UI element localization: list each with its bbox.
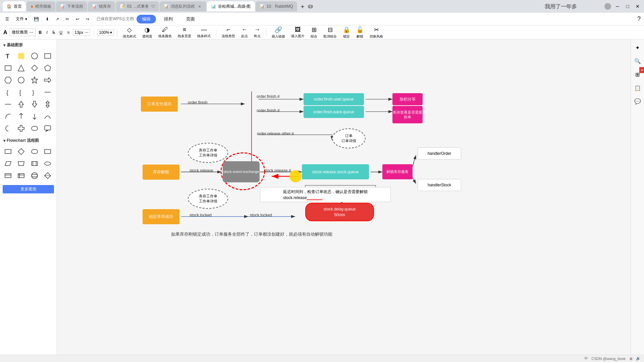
lock-button[interactable]: 🔒 锁定 <box>341 25 352 40</box>
fc-shape5[interactable] <box>3 158 13 169</box>
handler-order-node[interactable]: handlerOrder <box>418 147 461 160</box>
line-color-button[interactable]: 🖊 线条颜色 <box>156 25 174 39</box>
close-tab-msg-queue[interactable]: ✕ <box>197 4 202 9</box>
insert-link-button[interactable]: 🔗 插入链接 <box>270 25 287 40</box>
ungroup-button[interactable]: ⊟ 取消组合 <box>321 25 339 40</box>
tab-grain[interactable]: 📊 谷粒商城...高级-图 <box>207 1 255 11</box>
basic-shapes-section[interactable]: ▾ 基础图形 <box>0 40 57 49</box>
star-shape[interactable] <box>29 75 40 85</box>
fc-shape12[interactable] <box>42 170 53 181</box>
triangle-shape[interactable] <box>16 63 26 73</box>
speech-bubble-shape[interactable] <box>42 123 53 134</box>
stock-release-node[interactable]: 库存解锁 <box>143 165 179 180</box>
save-button[interactable]: 💾 <box>32 16 41 22</box>
fc-shape11[interactable] <box>29 170 40 181</box>
italic-button[interactable]: I <box>45 29 49 36</box>
brace-left-shape[interactable]: { <box>3 87 13 98</box>
fc-shape10[interactable] <box>16 170 26 181</box>
font-size-selector[interactable]: 13px ⋯ <box>73 29 90 36</box>
fc-shape6[interactable] <box>16 158 26 169</box>
edit-mode-button[interactable]: 编辑 <box>137 15 156 23</box>
page-button[interactable]: 页面 <box>181 15 200 23</box>
right-panel-btn4[interactable]: 📋 <box>632 82 643 93</box>
warehouse-work-order-1-node[interactable]: 库存工作单 工作单详情 <box>188 143 228 163</box>
sticky-note-shape[interactable] <box>16 51 26 61</box>
right-panel-btn1[interactable]: ✦ <box>632 42 643 53</box>
redo-button[interactable]: ↪ <box>84 16 91 22</box>
circle-shape[interactable] <box>29 51 40 61</box>
close-window-button[interactable]: ✕ <box>634 3 641 10</box>
order-finish-ware-queue-node[interactable]: order.finsh.ware.queue <box>304 106 364 118</box>
plus-shape[interactable] <box>16 123 26 134</box>
tab-order-flow[interactable]: 📊 下单流程 <box>56 1 87 11</box>
arrow-down-shape[interactable] <box>29 99 40 110</box>
fc-process[interactable] <box>3 146 13 157</box>
side-tab[interactable]: ● <box>639 67 644 73</box>
tab-rabbit[interactable]: 📊 10、RabbitMQ <box>256 1 297 11</box>
arrow-left-right-shape[interactable] <box>3 99 13 110</box>
strikethrough-button[interactable]: S̶ <box>51 29 56 36</box>
fc-decision[interactable] <box>16 146 26 157</box>
arrange-button[interactable]: 排列 <box>159 15 178 23</box>
stock-delay-queue-node[interactable]: stock.delay.queue 50min <box>305 203 374 221</box>
end-point-button[interactable]: → 终点 <box>252 25 263 39</box>
cut-style-button[interactable]: ✂ 切换风格 <box>368 25 385 40</box>
arrow-up-shape[interactable] <box>16 99 26 110</box>
fill-style-button[interactable]: ◇ 填充样式 <box>121 25 138 40</box>
line-width-button[interactable]: ≡ 线条宽度 <box>176 25 193 39</box>
unlock-store-service-node[interactable]: 解锁库存服务 <box>382 164 413 179</box>
text-format-A[interactable]: A <box>3 29 7 36</box>
flowchart-section[interactable]: ▾ Flowchart 流程图 <box>0 135 57 145</box>
arc-shape[interactable] <box>42 111 53 122</box>
minimize-button[interactable]: ─ <box>614 3 621 10</box>
brace-right-shape[interactable]: } <box>29 87 40 98</box>
line-shape[interactable] <box>42 87 53 98</box>
tab-template[interactable]: ● 稻壳模板 <box>26 1 55 11</box>
download-button[interactable]: ⬇ <box>44 16 51 22</box>
arrow-up-down-shape[interactable] <box>42 99 53 110</box>
pentagon-shape[interactable] <box>42 63 53 73</box>
help-button[interactable]: ? <box>637 15 641 22</box>
fc-shape4[interactable] <box>42 146 53 157</box>
rounded-rect-shape[interactable] <box>29 123 40 134</box>
hexagon-shape[interactable] <box>3 75 13 85</box>
tab-home[interactable]: 🏠 首页 <box>3 1 26 11</box>
stock-release-stock-queue-node[interactable]: stock.release.stock.queue <box>302 164 369 179</box>
check-ware-node[interactable]: 库存查看是否需要拆单 <box>392 106 423 123</box>
group-button[interactable]: ⊞ 组合 <box>309 25 319 40</box>
more-shapes-button[interactable]: 更多图形 <box>3 185 54 193</box>
order-finish-user-queue-node[interactable]: order.finsh.user.queue <box>304 93 364 105</box>
stock-event-exchange-node[interactable]: stock-event-exchange <box>223 161 260 182</box>
tab-lock-store[interactable]: 📊 锁库存 <box>88 1 115 11</box>
add-points-node[interactable]: 加积分等 <box>392 93 423 105</box>
undo-button[interactable]: ↩ <box>74 16 81 22</box>
up-arrow2-shape[interactable] <box>16 111 26 122</box>
circle2-shape[interactable] <box>16 75 26 85</box>
tab-affairs[interactable]: 📝 03. ...式事务 🛡 <box>116 1 159 11</box>
arrow-shape[interactable] <box>42 75 53 85</box>
fc-shape7[interactable] <box>29 158 40 169</box>
order-detail-node[interactable]: 订单 订单详情 <box>332 128 366 148</box>
bracket-shape[interactable]: [ <box>16 87 26 98</box>
unlock-button[interactable]: 🔓 解锁 <box>354 25 366 40</box>
order-pay-success-node[interactable]: 订单支付成功 <box>141 97 178 112</box>
insert-image-button[interactable]: 🖼 插入图片 <box>289 25 307 39</box>
align-button[interactable]: ≡ <box>66 29 71 36</box>
menu-icon[interactable]: ☰ <box>3 16 11 22</box>
start-point-button[interactable]: ← 起点 <box>239 25 250 39</box>
new-tab-button[interactable]: ＋ <box>298 2 307 11</box>
file-menu[interactable]: 文件 ▾ <box>14 15 29 22</box>
pencil-icon[interactable]: ✏ <box>64 16 71 22</box>
canvas-area[interactable]: 订单支付成功 order.finish order.finish.# order… <box>57 40 631 362</box>
warehouse-work-order-2-node[interactable]: 库存工作单 工作单详情 <box>188 189 228 209</box>
text-shape[interactable]: T <box>3 51 13 61</box>
rect-shape2[interactable] <box>3 63 13 73</box>
diamond-shape[interactable] <box>29 63 40 73</box>
font-selector[interactable]: 微软雅黑 ⋯ <box>9 28 36 36</box>
opacity-button[interactable]: ◑ 透明度 <box>140 25 154 40</box>
lock-store-success-node[interactable]: 锁定库存成功 <box>143 209 179 224</box>
right-panel-btn5[interactable]: 💬 <box>632 96 643 107</box>
connect-type-button[interactable]: ⌐ 连线类型 <box>220 25 237 39</box>
moon-shape[interactable] <box>3 123 13 134</box>
rect-shape[interactable] <box>42 51 53 61</box>
